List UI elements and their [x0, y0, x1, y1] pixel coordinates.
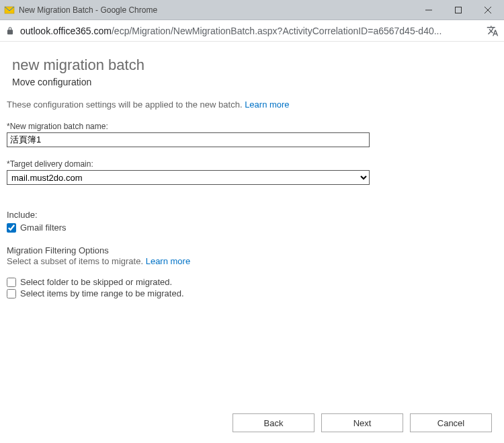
target-domain-select[interactable]: mail.must2do.com [7, 170, 370, 185]
batch-name-input[interactable] [7, 132, 370, 147]
gmail-filters-checkbox[interactable] [7, 223, 16, 233]
translate-icon[interactable] [487, 25, 499, 37]
window-title: New Migration Batch - Google Chrome [19, 5, 414, 15]
close-button[interactable] [473, 1, 503, 19]
gmail-filters-row: Gmail filters [7, 223, 497, 233]
folder-filter-row: Select folder to be skipped or migrated. [7, 277, 497, 287]
address-bar: outlook.office365.com/ecp/Migration/NewM… [0, 20, 504, 42]
filtering-learn-more-link[interactable]: Learn more [146, 256, 190, 266]
window-controls [414, 1, 503, 19]
folder-filter-checkbox[interactable] [7, 278, 16, 287]
page-title: new migration batch [12, 56, 497, 74]
time-filter-label[interactable]: Select items by time range to be migrate… [20, 288, 184, 298]
learn-more-link[interactable]: Learn more [245, 99, 289, 110]
description-text: These configuration settings will be app… [7, 99, 243, 110]
svg-rect-2 [456, 7, 462, 13]
app-icon [4, 5, 15, 15]
time-filter-checkbox[interactable] [7, 289, 16, 298]
cancel-button[interactable]: Cancel [410, 413, 492, 432]
page-content: new migration batch Move configuration T… [0, 42, 504, 403]
folder-filter-label[interactable]: Select folder to be skipped or migrated. [20, 277, 172, 287]
minimize-button[interactable] [414, 1, 444, 19]
target-domain-label: *Target delivery domain: [7, 159, 497, 169]
maximize-button[interactable] [444, 1, 473, 19]
filtering-sub-text: Select a subset of items to migrate. [7, 256, 143, 266]
url-host: outlook.office365.com [20, 26, 112, 36]
back-button[interactable]: Back [233, 413, 314, 432]
batch-name-label: *New migration batch name: [7, 122, 497, 131]
url-path: /ecp/Migration/NewMigrationBatch.aspx?Ac… [112, 26, 442, 36]
page-description: These configuration settings will be app… [7, 99, 497, 110]
filtering-header: Migration Filtering Options [7, 245, 497, 255]
next-button[interactable]: Next [321, 413, 403, 432]
window-titlebar: New Migration Batch - Google Chrome [0, 0, 504, 20]
time-filter-row: Select items by time range to be migrate… [7, 288, 497, 298]
include-label: Include: [7, 210, 497, 220]
url-text[interactable]: outlook.office365.com/ecp/Migration/NewM… [20, 26, 481, 36]
page-subtitle: Move configuration [12, 77, 497, 87]
gmail-filters-label[interactable]: Gmail filters [20, 223, 67, 233]
filtering-sub: Select a subset of items to migrate. Lea… [7, 256, 497, 266]
lock-icon [5, 26, 15, 36]
wizard-footer: Back Next Cancel [0, 403, 504, 443]
